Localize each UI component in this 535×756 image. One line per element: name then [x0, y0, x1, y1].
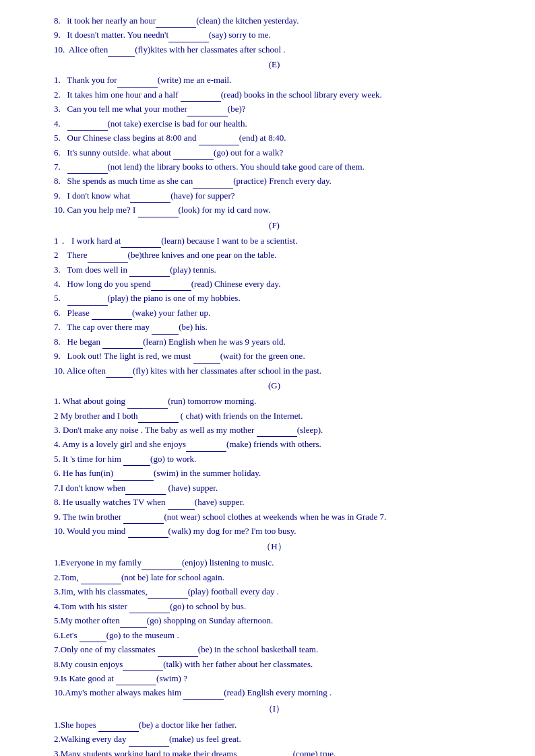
section-i-title: （I）: [54, 703, 495, 715]
blank-e8b: [193, 179, 233, 188]
line-e8: 8. it took her nearly an hour(clean) the…: [54, 13, 495, 28]
line-f4: 4. How long do you spend(read) Chinese e…: [54, 277, 495, 291]
blank-g9: [123, 514, 164, 524]
blank-g4: [186, 442, 226, 452]
line-f5: 5. (play) the piano is one of my hobbies…: [54, 291, 495, 305]
line-e10b: 10. Can you help me? I (look) for my id …: [54, 203, 495, 217]
blank-h7: [158, 648, 198, 657]
line-e3: 3. Can you tell me what your mother(be)?: [54, 102, 495, 116]
line-g2: 2 My brother and I both ( chat) with fri…: [54, 409, 495, 423]
line-h7: 7.Only one of my classmates (be) in the …: [54, 642, 495, 656]
blank-f3: [129, 267, 170, 277]
line-h10: 10.Amy's mother always makes him (read) …: [54, 685, 495, 699]
blank-f2: [88, 253, 128, 263]
blank-h1: [141, 561, 182, 570]
blank-e3: [187, 107, 228, 116]
blank-f10: [106, 368, 133, 378]
blank-f9: [193, 354, 220, 364]
line-i2: 2.Walking every day (make) us feel great…: [54, 732, 495, 746]
line-g6: 6. He has fun(in)(swim) in the summer ho…: [54, 466, 495, 480]
blank-e9b: [130, 193, 170, 203]
blank-g7: [125, 485, 166, 495]
blank-f6: [92, 310, 132, 320]
line-i3: 3.Many students working hard to make the…: [54, 747, 495, 756]
line-e1: 1. Thank you for(write) me an e-mail.: [54, 73, 495, 87]
blank-i3: [239, 751, 293, 756]
blank-e7: [67, 164, 108, 174]
line-h6: 6.Let's (go) to the museum .: [54, 628, 495, 642]
blank-e4: [67, 121, 108, 131]
blank-i2: [129, 737, 169, 747]
line-h2: 2.Tom, (not be) late for school again.: [54, 570, 495, 584]
line-g10: 10. Would you mind (walk) my dog for me?…: [54, 524, 495, 538]
blank-e6: [173, 150, 214, 160]
section-e-title: (E): [54, 59, 495, 70]
blank-i1: [98, 722, 139, 732]
line-e10: 10. Alice often(fly)kites with her class…: [54, 42, 495, 57]
line-e2: 2. It takes him one hour and a half (rea…: [54, 88, 495, 102]
line-e6: 6. It's sunny outside. what about (go) o…: [54, 145, 495, 160]
section-f: 1． I work hard at(learn) because I want …: [54, 234, 495, 391]
line-g1: 1. What about going (run) tomorrow morni…: [54, 394, 495, 408]
blank-e10b: [138, 208, 179, 217]
blank-e9: [168, 33, 209, 42]
blank-e2: [181, 92, 221, 102]
blank-g2: [138, 413, 179, 423]
line-h5: 5.My mother often(go) shopping on Sunday…: [54, 613, 495, 627]
blank-e5: [199, 136, 239, 145]
line-g4: 4. Amy is a lovely girl and she enjoys(m…: [54, 437, 495, 451]
line-h9: 9.Is Kate good at (swim) ?: [54, 671, 495, 685]
line-h8: 8.My cousin enjoys(talk) with her father…: [54, 657, 495, 671]
line-h4: 4.Tom with his sister (go) to school by …: [54, 599, 495, 613]
blank-g10: [128, 528, 168, 538]
line-f1: 1． I work hard at(learn) because I want …: [54, 234, 495, 248]
line-e5: 5. Our Chinese class begins at 8:00 and …: [54, 131, 495, 145]
line-e8b: 8. She spends as much time as she can(pr…: [54, 174, 495, 188]
section-g: 1. What about going (run) tomorrow morni…: [54, 394, 495, 553]
section-e: 1. Thank you for(write) me an e-mail. 2.…: [54, 73, 495, 230]
blank-h10: [183, 691, 224, 700]
blank-g6: [113, 471, 154, 481]
blank-h4: [129, 604, 170, 613]
blank-h2: [81, 575, 121, 584]
section-g-title: (G): [54, 380, 495, 391]
line-g3: 3. Don't make any noise . The baby as we…: [54, 423, 495, 437]
blank-g1: [127, 399, 168, 409]
blank-g5: [123, 456, 150, 466]
blank-f8: [102, 339, 143, 349]
blank-h6: [80, 633, 106, 642]
section-h-title: （H）: [54, 541, 495, 553]
blank-h5: [120, 619, 147, 628]
blank-g8: [168, 500, 195, 510]
line-f7: 7. The cap over there may (be) his.: [54, 320, 495, 334]
blank-f5: [67, 296, 108, 306]
line-e4: 4. (not take) exercise is bad for our he…: [54, 116, 495, 131]
blank-h3: [148, 590, 188, 599]
line-h1: 1.Everyone in my family(enjoy) listening…: [54, 555, 495, 570]
line-e7: 7. (not lend) the library books to other…: [54, 160, 495, 174]
line-g7: 7.I don't know when (have) supper.: [54, 481, 495, 495]
blank-f4: [151, 281, 191, 291]
section-i: 1.She hopes (be) a doctor like her fathe…: [54, 718, 495, 756]
section-top: 8. it took her nearly an hour(clean) the…: [54, 13, 495, 70]
line-f3: 3. Tom does well in (play) tennis.: [54, 263, 495, 277]
line-f6: 6. Please (wake) your father up.: [54, 306, 495, 320]
section-h: 1.Everyone in my family(enjoy) listening…: [54, 555, 495, 714]
blank-h9: [116, 676, 156, 685]
blank-f1: [121, 238, 161, 248]
line-g8: 8. He usually watches TV when (have) sup…: [54, 495, 495, 509]
line-f9: 9. Look out! The light is red, we must (…: [54, 349, 495, 363]
blank-e10: [108, 47, 135, 57]
blank-e8: [156, 18, 196, 28]
line-g5: 5. It 's time for him (go) to work.: [54, 452, 495, 466]
blank-g3: [257, 427, 297, 437]
line-g9: 9. The twin brother (not wear) school cl…: [54, 510, 495, 524]
line-i1: 1.She hopes (be) a doctor like her fathe…: [54, 718, 495, 732]
line-f10: 10. Alice often(fly) kites with her clas…: [54, 364, 495, 378]
section-f-title: (F): [54, 220, 495, 231]
line-f2: 2 There(be)three knives and one pear on …: [54, 248, 495, 262]
line-e9b: 9. I don't know what(have) for supper?: [54, 188, 495, 203]
line-e9: 9. It doesn't matter. You needn't(say) s…: [54, 28, 495, 42]
blank-f7: [152, 325, 179, 335]
blank-h8: [123, 662, 163, 671]
